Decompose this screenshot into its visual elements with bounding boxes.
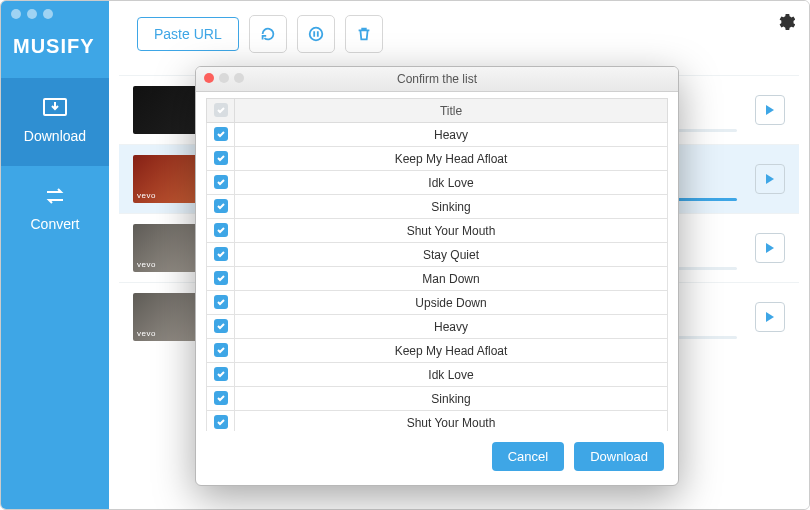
track-checkbox-cell[interactable] [207,171,235,195]
track-checkbox[interactable] [214,391,228,405]
dialog-title: Confirm the list [397,72,477,86]
cancel-button[interactable]: Cancel [492,442,564,471]
play-icon [765,311,775,323]
track-checkbox-cell[interactable] [207,411,235,432]
track-checkbox-cell[interactable] [207,123,235,147]
check-icon [216,177,226,187]
track-checkbox[interactable] [214,175,228,189]
check-icon [216,129,226,139]
track-checkbox[interactable] [214,151,228,165]
check-icon [216,201,226,211]
title-column-header: Title [235,99,668,123]
check-icon [216,321,226,331]
track-title: Sinking [235,195,668,219]
refresh-icon [259,25,277,43]
zoom-icon [234,73,244,83]
check-icon [216,225,226,235]
pause-icon [307,25,325,43]
sidebar-item-label: Download [5,128,105,144]
track-checkbox-cell[interactable] [207,387,235,411]
sidebar-item-label: Convert [5,216,105,232]
track-row[interactable]: Shut Your Mouth [207,219,668,243]
track-checkbox[interactable] [214,295,228,309]
track-title: Idk Love [235,171,668,195]
delete-button[interactable] [345,15,383,53]
window-traffic-lights[interactable] [1,1,109,27]
track-row[interactable]: Upside Down [207,291,668,315]
track-checkbox-cell[interactable] [207,243,235,267]
check-icon [216,273,226,283]
track-checkbox[interactable] [214,367,228,381]
play-icon [765,104,775,116]
track-checkbox-cell[interactable] [207,219,235,243]
select-all-header[interactable] [207,99,235,123]
track-row[interactable]: Keep My Head Afloat [207,339,668,363]
gear-icon [777,13,795,31]
track-checkbox[interactable] [214,415,228,429]
track-checkbox-cell[interactable] [207,291,235,315]
track-title: Keep My Head Afloat [235,339,668,363]
download-button[interactable]: Download [574,442,664,471]
track-checkbox-cell[interactable] [207,195,235,219]
pause-button[interactable] [297,15,335,53]
track-checkbox[interactable] [214,271,228,285]
convert-icon [42,184,68,208]
track-checkbox-cell[interactable] [207,339,235,363]
track-checkbox[interactable] [214,319,228,333]
track-checkbox[interactable] [214,199,228,213]
track-title: Heavy [235,315,668,339]
dialog-titlebar: Confirm the list [196,67,678,92]
select-all-checkbox[interactable] [214,103,228,117]
dialog-traffic-lights[interactable] [204,73,244,83]
paste-url-button[interactable]: Paste URL [137,17,239,51]
confirm-table: Title HeavyKeep My Head AfloatIdk LoveSi… [206,98,668,431]
track-title: Shut Your Mouth [235,219,668,243]
track-checkbox[interactable] [214,223,228,237]
check-icon [216,249,226,259]
track-row[interactable]: Idk Love [207,171,668,195]
minimize-icon [219,73,229,83]
track-row[interactable]: Man Down [207,267,668,291]
track-row[interactable]: Idk Love [207,363,668,387]
track-checkbox[interactable] [214,127,228,141]
track-checkbox-cell[interactable] [207,315,235,339]
svg-point-1 [309,28,322,41]
dialog-body: Title HeavyKeep My Head AfloatIdk LoveSi… [196,92,678,431]
track-title: Man Down [235,267,668,291]
track-row[interactable]: Sinking [207,387,668,411]
check-icon [216,393,226,403]
track-checkbox-cell[interactable] [207,147,235,171]
toolbar: Paste URL [109,1,809,67]
track-checkbox[interactable] [214,343,228,357]
check-icon [216,369,226,379]
track-row[interactable]: Shut Your Mouth [207,411,668,432]
check-icon [216,345,226,355]
brand-logo: MUSIFY [1,27,109,78]
close-icon[interactable] [204,73,214,83]
track-row[interactable]: Sinking [207,195,668,219]
play-button[interactable] [755,164,785,194]
confirm-list-dialog: Confirm the list Title HeavyKeep My Head… [195,66,679,486]
play-button[interactable] [755,233,785,263]
play-icon [765,242,775,254]
check-icon [216,297,226,307]
track-checkbox-cell[interactable] [207,363,235,387]
settings-button[interactable] [777,13,795,34]
track-row[interactable]: Keep My Head Afloat [207,147,668,171]
track-title: Idk Love [235,363,668,387]
track-checkbox[interactable] [214,247,228,261]
refresh-button[interactable] [249,15,287,53]
sidebar-item-convert[interactable]: Convert [1,166,109,254]
play-button[interactable] [755,95,785,125]
track-title: Keep My Head Afloat [235,147,668,171]
track-title: Upside Down [235,291,668,315]
check-icon [216,153,226,163]
track-checkbox-cell[interactable] [207,267,235,291]
track-title: Sinking [235,387,668,411]
play-button[interactable] [755,302,785,332]
sidebar-item-download[interactable]: Download [1,78,109,166]
track-row[interactable]: Heavy [207,123,668,147]
track-row[interactable]: Stay Quiet [207,243,668,267]
track-row[interactable]: Heavy [207,315,668,339]
track-title: Shut Your Mouth [235,411,668,432]
